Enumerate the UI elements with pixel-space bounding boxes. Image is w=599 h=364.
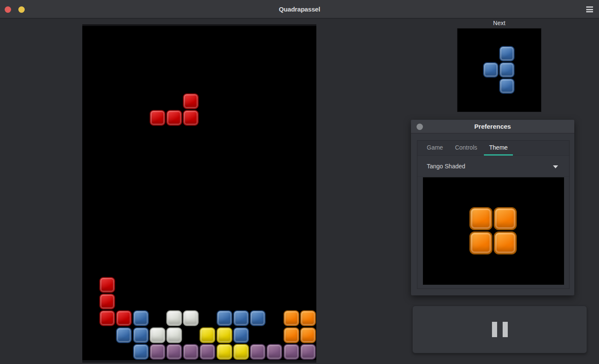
tetris-block-blue	[233, 327, 249, 343]
tetris-block-red	[183, 110, 199, 126]
tetris-block-purple	[200, 344, 215, 360]
tetris-block-orange	[300, 327, 316, 343]
tetris-block-orange	[300, 310, 316, 326]
preferences-tabbar: Game Controls Theme	[417, 141, 569, 156]
tetris-block-white	[166, 327, 182, 343]
preferences-dialog: Preferences Game Controls Theme Tango Sh…	[411, 120, 574, 295]
tetris-block-yellow	[200, 327, 215, 343]
tetris-block-blue	[133, 327, 149, 343]
tetris-block-blue	[483, 62, 498, 78]
preferences-title: Preferences	[411, 120, 574, 133]
tetris-block-blue	[250, 310, 266, 326]
tetris-block-blue	[217, 310, 232, 326]
hamburger-menu-icon[interactable]	[586, 6, 593, 12]
tetris-block-purple	[150, 344, 165, 360]
theme-select[interactable]: Tango Shaded	[417, 157, 569, 176]
tab-game[interactable]: Game	[421, 141, 449, 155]
tetris-block-white	[150, 327, 165, 343]
tetris-block-red	[116, 310, 132, 326]
next-piece-preview	[457, 28, 541, 112]
tetris-block-orange	[469, 207, 492, 230]
tetris-block-blue	[133, 344, 149, 360]
tetris-block-yellow	[233, 344, 249, 360]
tetris-block-orange	[284, 327, 299, 343]
tetris-block-yellow	[217, 344, 232, 360]
board-bottom-edge	[82, 360, 316, 363]
tab-controls[interactable]: Controls	[449, 141, 483, 155]
preferences-notebook: Game Controls Theme Tango Shaded	[417, 140, 570, 289]
tetris-block-purple	[284, 344, 299, 360]
tetris-block-red	[150, 110, 165, 126]
tetris-block-orange	[494, 231, 517, 254]
next-piece-label: Next	[457, 20, 541, 26]
tetris-block-yellow	[217, 327, 232, 343]
tetris-block-blue	[499, 46, 515, 61]
preferences-header: Preferences	[411, 120, 574, 133]
pause-icon	[492, 322, 497, 337]
theme-preview-canvas	[423, 177, 564, 285]
theme-select-value: Tango Shaded	[427, 157, 465, 176]
tetris-block-orange	[469, 231, 492, 254]
tetris-block-red	[99, 277, 115, 293]
titlebar: Quadrapassel	[0, 0, 599, 19]
tetris-block-blue	[233, 310, 249, 326]
tetris-block-purple	[300, 344, 316, 360]
tetris-block-red	[99, 310, 115, 326]
pause-icon	[503, 322, 508, 337]
tetris-block-purple	[166, 344, 182, 360]
tetris-block-red	[183, 93, 199, 109]
quadrapassel-window: Quadrapassel Next Preferences Game Contr…	[0, 0, 599, 364]
tetris-block-blue	[499, 62, 515, 78]
tetris-block-blue	[133, 310, 149, 326]
chevron-down-icon	[553, 165, 558, 168]
window-title: Quadrapassel	[0, 0, 599, 19]
game-board	[82, 26, 316, 360]
tetris-block-orange	[284, 310, 299, 326]
tetris-block-white	[166, 310, 182, 326]
pause-button[interactable]	[412, 306, 587, 353]
tetris-block-red	[99, 294, 115, 309]
tetris-block-purple	[266, 344, 282, 360]
tetris-block-blue	[499, 78, 515, 94]
tetris-block-white	[183, 310, 199, 326]
tetris-block-red	[166, 110, 182, 126]
tab-theme[interactable]: Theme	[483, 141, 514, 155]
tetris-block-purple	[183, 344, 199, 360]
tetris-block-orange	[494, 207, 517, 230]
tetris-block-blue	[116, 327, 132, 343]
tetris-block-purple	[250, 344, 266, 360]
